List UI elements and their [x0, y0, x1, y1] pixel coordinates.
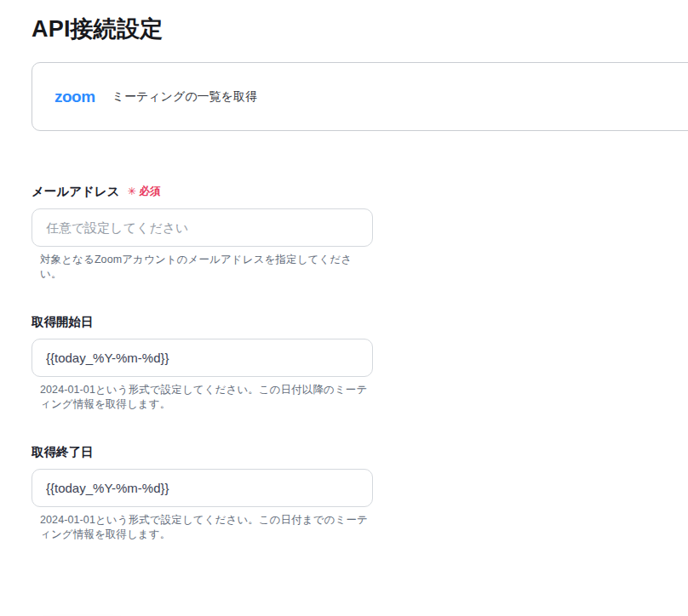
- email-field-label: メールアドレス: [32, 184, 120, 200]
- end-date-field-label: 取得終了日: [32, 444, 94, 460]
- api-connection-settings-page: API接続設定 zoom ミーティングの一覧を取得 メールアドレス ✳ 必須 対…: [0, 0, 688, 616]
- end-date-label-row: 取得終了日: [32, 444, 373, 460]
- page-title: API接続設定: [32, 14, 688, 44]
- required-badge: ✳ 必須: [128, 185, 161, 199]
- end-date-help-text: 2024-01-01という形式で設定してください。この日付までのミーティング情報…: [32, 513, 373, 542]
- email-input[interactable]: [32, 208, 373, 247]
- connector-action-label: ミーティングの一覧を取得: [112, 89, 257, 105]
- connector-card[interactable]: zoom ミーティングの一覧を取得: [32, 62, 688, 131]
- start-date-field-group: 取得開始日 2024-01-01という形式で設定してください。この日付以降のミー…: [32, 314, 373, 412]
- email-help-text: 対象となるZoomアカウントのメールアドレスを指定してください。: [32, 253, 373, 282]
- end-date-input[interactable]: [32, 469, 373, 507]
- email-field-group: メールアドレス ✳ 必須 対象となるZoomアカウントのメールアドレスを指定して…: [32, 184, 373, 282]
- start-date-label-row: 取得開始日: [32, 314, 373, 330]
- start-date-help-text: 2024-01-01という形式で設定してください。この日付以降のミーティング情報…: [32, 383, 373, 412]
- email-label-row: メールアドレス ✳ 必須: [32, 184, 373, 200]
- start-date-input[interactable]: [32, 339, 373, 377]
- end-date-field-group: 取得終了日 2024-01-01という形式で設定してください。この日付までのミー…: [32, 444, 373, 542]
- zoom-logo: zoom: [54, 88, 95, 105]
- start-date-field-label: 取得開始日: [32, 314, 94, 330]
